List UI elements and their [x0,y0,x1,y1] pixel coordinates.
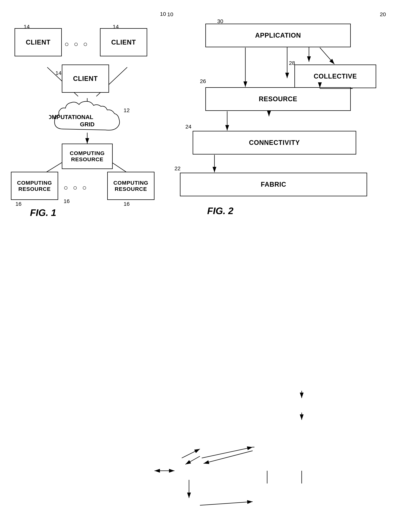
client3-label: CLIENT [73,75,98,82]
client1-box: CLIENT [14,28,62,56]
dots-clients: ○ ○ ○ [64,40,89,48]
svg-line-18 [185,456,200,464]
computing-resource-left-label: COMPUTINGRESOURCE [17,180,52,192]
svg-line-20 [202,447,253,458]
computing-resource-right-label: COMPUTINGRESOURCE [113,180,148,192]
svg-line-17 [182,449,200,458]
ref-28: 28 [289,60,295,66]
application-box: APPLICATION [205,24,351,47]
client3-box: CLIENT [62,64,109,93]
ref-14b: 14 [113,24,119,30]
dots-resources: ○ ○ ○ [64,184,88,192]
connectivity-label: CONNECTIVITY [249,139,300,146]
ref-14c: 14 [56,70,61,76]
ref-20: 20 [380,11,386,18]
application-label: APPLICATION [255,32,301,39]
computing-resource-center-box: COMPUTINGRESOURCE [62,144,113,169]
fabric-label: FABRIC [261,181,286,188]
ref-10: 10 [160,11,166,17]
ref-16b: 16 [64,198,70,204]
client2-box: CLIENT [100,28,147,56]
computing-resource-center-label: COMPUTINGRESOURCE [70,150,105,163]
fig1-label: FIG. 1 [30,207,56,218]
svg-text:GRID: GRID [80,121,94,128]
ref-12: 12 [124,107,130,114]
fig2-label: FIG. 2 [207,205,233,216]
connectivity-box: CONNECTIVITY [193,131,356,154]
ref-10-fig2: 10 [167,11,173,18]
svg-text:COMPUTATIONAL: COMPUTATIONAL [49,114,93,120]
resource-box: RESOURCE [205,87,351,111]
svg-line-30 [320,48,334,64]
svg-line-23 [200,502,253,505]
resource-label: RESOURCE [259,95,297,103]
ref-14a: 14 [24,24,30,30]
ref-22: 22 [175,165,181,171]
svg-line-21 [204,451,253,463]
ref-30: 30 [217,18,223,24]
client2-label: CLIENT [111,38,136,46]
ref-16a: 16 [15,201,21,207]
grid-cloud: COMPUTATIONAL GRID [49,96,126,136]
client1-label: CLIENT [26,38,50,46]
collective-box: COLLECTIVE [295,64,376,88]
computing-resource-left-box: COMPUTINGRESOURCE [11,172,58,200]
ref-24: 24 [185,124,191,130]
ref-16c: 16 [124,201,130,207]
diagram-container: 10 CLIENT 14 ○ ○ ○ CLIENT 14 CLIENT 14 C… [0,0,402,532]
computing-resource-right-box: COMPUTINGRESOURCE [107,172,154,200]
ref-26: 26 [200,78,206,84]
collective-label: COLLECTIVE [314,73,357,80]
fabric-box: FABRIC [180,173,367,196]
